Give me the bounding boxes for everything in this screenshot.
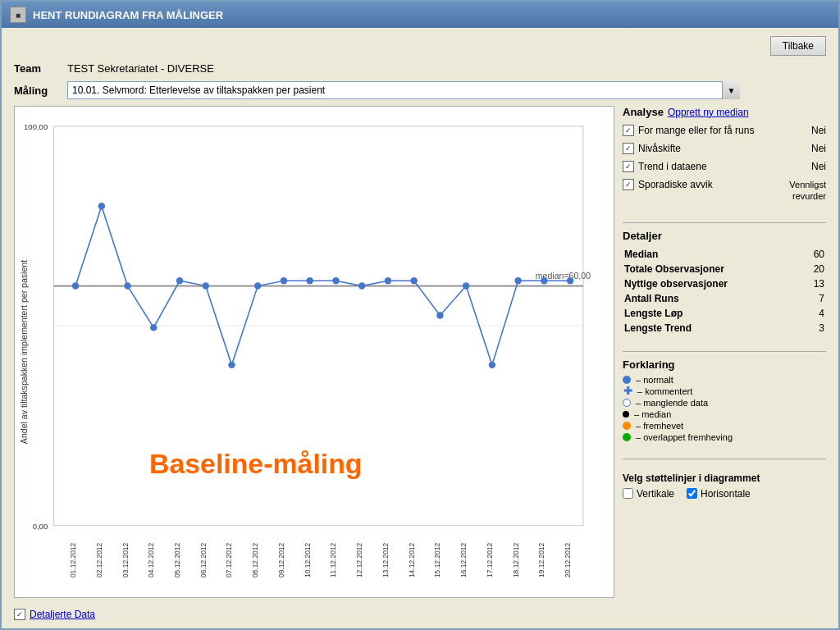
legend-kommentert: ✚ – kommentert [623, 386, 826, 396]
svg-text:20.12.2012: 20.12.2012 [564, 542, 572, 578]
window-title: HENT RUNDIAGRAM FRA MÅLINGER [33, 9, 223, 21]
median-label: Median [624, 248, 804, 261]
maling-label: Måling [14, 84, 59, 97]
team-label: Team [14, 62, 59, 75]
svg-point-22 [410, 277, 417, 284]
orange-dot-icon [623, 422, 631, 430]
for-mange-checkbox[interactable]: ✓ [623, 125, 634, 136]
svg-text:04.12.2012: 04.12.2012 [147, 542, 155, 578]
sidebar: Analyse Opprett ny median ✓ For mange el… [623, 106, 826, 598]
table-row: Lengste Løp 4 [624, 307, 824, 320]
lengste-lop-label: Lengste Løp [624, 307, 804, 320]
team-row: Team TEST Sekretariatet - DIVERSE [14, 62, 826, 75]
table-row: Median 60 [624, 248, 824, 261]
black-dot-icon [623, 411, 629, 418]
nivaskifte-label: Nivåskifte [638, 143, 681, 154]
content-area: Tilbake Team TEST Sekretariatet - DIVERS… [2, 28, 838, 628]
back-button[interactable]: Tilbake [770, 36, 826, 56]
trend-checkbox[interactable]: ✓ [623, 161, 634, 172]
lengste-trend-value: 3 [806, 322, 824, 335]
svg-text:08.12.2012: 08.12.2012 [251, 542, 259, 578]
nivaskifte-checkbox[interactable]: ✓ [623, 143, 634, 154]
green-dot-icon [623, 433, 631, 441]
team-value: TEST Sekretariatet - DIVERSE [67, 62, 214, 75]
legend-overlappet-label: – overlappet fremheving [636, 432, 733, 442]
analyse-label: Analyse [623, 106, 664, 118]
detaljer-section: Detaljer Median 60 Totale Observasjoner … [623, 230, 826, 336]
table-row: Nyttige observasjoner 13 [624, 277, 824, 290]
svg-text:13.12.2012: 13.12.2012 [381, 542, 390, 578]
legend-fremhevet-label: – fremhevet [636, 421, 683, 431]
svg-point-19 [332, 277, 339, 284]
trend-row: ✓ Trend i dataene Nei [623, 159, 826, 174]
maling-select[interactable]: 10.01. Selvmord: Etterlevelse av tiltaks… [67, 81, 740, 99]
vertikale-check[interactable]: Vertikale [623, 488, 674, 500]
svg-text:09.12.2012: 09.12.2012 [277, 542, 285, 578]
svg-text:03.12.2012: 03.12.2012 [121, 542, 130, 578]
svg-point-27 [541, 277, 547, 284]
details-table: Median 60 Totale Observasjoner 20 Nyttig… [623, 246, 826, 336]
horisontale-label: Horisontale [701, 488, 751, 500]
svg-point-13 [176, 277, 183, 284]
svg-point-26 [514, 277, 521, 284]
svg-point-21 [385, 277, 391, 284]
svg-text:10.12.2012: 10.12.2012 [304, 542, 312, 578]
sporadiske-label: Sporadiske avvik [638, 179, 713, 190]
antall-value: 7 [806, 292, 824, 305]
svg-point-20 [358, 282, 365, 289]
horisontale-checkbox[interactable] [687, 488, 697, 499]
svg-point-14 [203, 282, 209, 289]
nivaskifte-value: Nei [811, 143, 826, 154]
svg-text:01.12.2012: 01.12.2012 [69, 542, 77, 578]
sporadiske-checkbox[interactable]: ✓ [623, 179, 634, 190]
support-lines-section: Velg støttelinjer i diagrammet Vertikale… [623, 472, 826, 500]
main-window: ■ HENT RUNDIAGRAM FRA MÅLINGER Tilbake T… [0, 0, 840, 630]
legend-median-label: – median [634, 409, 671, 419]
svg-text:12.12.2012: 12.12.2012 [355, 542, 363, 578]
lengste-lop-value: 4 [806, 307, 824, 320]
footer-link: ✓ Detaljerte Data [14, 609, 826, 620]
svg-text:02.12.2012: 02.12.2012 [95, 542, 103, 578]
chart-area: Andel av tiltakspakken implementert per … [14, 106, 614, 598]
detaljerte-data-link[interactable]: Detaljerte Data [30, 609, 95, 620]
maling-row: Måling 10.01. Selvmord: Etterlevelse av … [14, 81, 826, 99]
lengste-trend-label: Lengste Trend [624, 322, 804, 335]
support-checkboxes: Vertikale Horisontale [623, 488, 826, 500]
title-bar: ■ HENT RUNDIAGRAM FRA MÅLINGER [2, 2, 838, 28]
svg-text:Andel av tiltakspakken impleme: Andel av tiltakspakken implementert per … [19, 260, 29, 444]
svg-text:07.12.2012: 07.12.2012 [225, 542, 233, 578]
analyse-row: Analyse Opprett ny median [623, 106, 826, 118]
legend-fremhevet: – fremhevet [623, 421, 826, 431]
svg-text:100,00: 100,00 [24, 122, 48, 131]
table-row: Totale Observasjoner 20 [624, 262, 824, 276]
svg-point-12 [150, 324, 157, 331]
legend-normal: – normalt [623, 375, 826, 385]
nivaskifte-row: ✓ Nivåskifte Nei [623, 141, 826, 156]
nyttige-label: Nyttige observasjoner [624, 277, 804, 290]
opprett-ny-median-link[interactable]: Opprett ny median [668, 107, 749, 118]
cross-icon: ✚ [623, 386, 632, 396]
svg-text:Baseline-måling: Baseline-måling [149, 448, 363, 479]
detaljerte-checkbox[interactable]: ✓ [14, 609, 25, 620]
maling-select-wrapper: 10.01. Selvmord: Etterlevelse av tiltaks… [67, 81, 740, 99]
median-value: 60 [806, 248, 824, 261]
support-lines-title: Velg støttelinjer i diagrammet [623, 472, 826, 484]
svg-text:19.12.2012: 19.12.2012 [537, 542, 546, 578]
sporadiske-row: ✓ Sporadiske avvik Vennligstrevurder [623, 177, 826, 204]
app-icon: ■ [10, 7, 26, 23]
table-row: Lengste Trend 3 [624, 322, 824, 335]
svg-point-11 [124, 282, 130, 289]
legend-median: – median [623, 409, 826, 419]
circle-icon [623, 399, 631, 407]
horisontale-check[interactable]: Horisontale [687, 488, 751, 500]
nyttige-value: 13 [806, 277, 824, 290]
svg-text:06.12.2012: 06.12.2012 [199, 542, 208, 578]
svg-point-10 [98, 203, 105, 209]
vertikale-checkbox[interactable] [623, 488, 633, 499]
legend-manglende: – manglende data [623, 398, 826, 408]
top-bar: Tilbake [14, 36, 826, 56]
analyse-section: Analyse Opprett ny median ✓ For mange el… [623, 106, 826, 208]
totale-value: 20 [806, 262, 824, 276]
svg-point-28 [567, 277, 573, 284]
svg-point-18 [306, 277, 313, 284]
